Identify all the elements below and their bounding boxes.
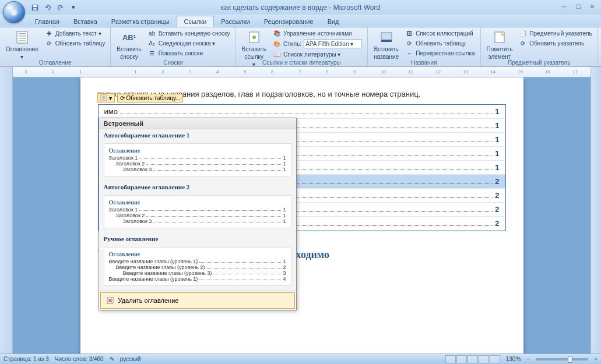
page: только актуальные названия разделов, гла… [80,77,523,354]
zoom-thumb[interactable] [568,356,572,363]
tab-page-layout[interactable]: Разметка страницы [104,16,177,27]
gallery-auto2-title[interactable]: Автособираемое оглавление 2 [99,181,296,193]
refresh-icon: ⟳ [519,39,527,47]
zoom-in-button[interactable]: + [594,356,598,362]
refresh-icon: ⟳ [405,39,413,47]
next-footnote-icon: A₁ [148,39,156,47]
document-area[interactable]: только актуальные названия разделов, гла… [13,77,591,354]
svg-rect-1 [12,10,16,15]
crossref-icon: ↔ [405,49,413,57]
svg-rect-5 [17,31,27,43]
maximize-button[interactable]: ☐ [572,2,585,11]
svg-rect-13 [381,40,392,42]
group-toc: Оглавление▾ ✚Добавить текст ▾ ⟳Обновить … [0,27,111,66]
proofing-icon[interactable]: ✎ [110,356,114,362]
next-footnote-button[interactable]: A₁Следующая сноска ▾ [146,38,232,48]
toc-entry[interactable]: имо1 [99,105,505,119]
window-title: как сделать содержание в ворде - Microso… [221,3,380,12]
gallery-auto2-preview[interactable]: Оглавление Заголовок 11 Заголовок 21 Заг… [104,195,291,228]
tab-home[interactable]: Главная [28,16,66,27]
gallery-manual-preview[interactable]: Оглавление Введите название главы (урове… [104,247,291,286]
citation-icon [247,30,262,45]
view-full-screen[interactable] [456,355,467,363]
group-footnotes: AB¹ Вставить сноску abВставить концевую … [111,27,236,66]
redo-icon[interactable] [55,2,66,13]
zoom-level[interactable]: 130% [506,356,521,362]
group-toa: Пометить ссылку Таблица ссылок [598,27,601,66]
toc-icon [15,30,30,45]
tab-mailings[interactable]: Рассылки [214,16,256,27]
gallery-auto1-preview[interactable]: Оглавление Заголовок 11 Заголовок 21 Заг… [104,143,291,176]
office-button[interactable] [3,1,25,23]
toc-button[interactable]: Оглавление▾ [3,29,41,61]
bibliography-button[interactable]: 📖Список литературы ▾ [271,50,364,59]
gallery-header-builtin: Встроенный [99,118,296,129]
svg-rect-12 [381,33,392,40]
mark-entry-button[interactable]: Пометить элемент [484,29,515,61]
tab-insert[interactable]: Вставка [66,16,104,27]
manage-sources-button[interactable]: 📚Управление источниками [271,29,364,38]
titlebar: ▾ как сделать содержание в ворде - Micro… [0,0,601,15]
style-icon: 🎨 [273,40,281,48]
tab-view[interactable]: Вид [321,16,346,27]
figures-icon: 🖼 [405,29,413,37]
ribbon: Оглавление▾ ✚Добавить текст ▾ ⟳Обновить … [0,27,601,67]
toc-controls: ▾ ⟳ Обновить таблицу... [97,93,184,103]
toc-field[interactable]: ▾ ⟳ Обновить таблицу... Встроенный Автос… [98,104,506,231]
zoom-out-button[interactable]: − [526,356,530,362]
status-bar: Страница: 1 из 3 Число слов: 3/460 ✎ рус… [0,354,601,364]
add-text-button[interactable]: ✚Добавить текст ▾ [43,29,107,38]
gallery-auto1-title[interactable]: Автособираемое оглавление 1 [99,129,296,141]
update-table-button[interactable]: ⟳Обновить таблицу [43,38,107,48]
vertical-ruler [0,67,13,354]
close-button[interactable]: ✕ [586,2,599,11]
caption-icon [379,30,394,45]
citation-style[interactable]: 🎨Стиль:APA Fifth Edition ▾ [271,38,364,49]
view-outline[interactable] [479,355,489,363]
tab-review[interactable]: Рецензирование [257,16,321,27]
update-index-button[interactable]: ⟳Обновить указатель [517,38,593,48]
add-text-icon: ✚ [45,29,53,37]
index-icon: 📑 [519,29,527,37]
insert-footnote-button[interactable]: AB¹ Вставить сноску [114,29,143,61]
show-notes-button[interactable]: ☰Показать сноски [146,48,232,58]
svg-point-11 [252,36,256,39]
bibliography-icon: 📖 [273,50,281,58]
ribbon-tabs: Главная Вставка Разметка страницы Ссылки… [0,15,601,27]
remove-toc-button[interactable]: Удалить оглавление [100,292,295,309]
gallery-manual-title[interactable]: Ручное оглавление [99,233,296,245]
status-words[interactable]: Число слов: 3/460 [55,356,104,362]
refresh-icon: ⟳ [120,95,125,101]
horizontal-ruler[interactable]: 3211234567891011121314151617 [13,67,591,77]
svg-rect-3 [33,5,37,7]
save-icon[interactable] [29,2,41,13]
minimize-button[interactable]: ─ [558,2,571,11]
view-draft[interactable] [490,355,500,363]
view-buttons [445,355,500,363]
sources-icon: 📚 [273,29,281,37]
view-print-layout[interactable] [445,355,456,363]
insert-endnote-button[interactable]: abВставить концевую сноску [146,29,232,38]
undo-icon[interactable] [42,2,54,13]
view-web[interactable] [468,355,478,363]
status-page[interactable]: Страница: 1 из 3 [3,356,49,362]
refresh-icon: ⟳ [45,39,53,47]
tab-references[interactable]: Ссылки [177,16,215,27]
status-language[interactable]: русский [120,356,141,362]
svg-rect-4 [33,8,36,10]
qat-dropdown-icon[interactable]: ▾ [68,2,79,13]
insert-index-button[interactable]: 📑Предметный указатель [517,29,593,38]
footnote-icon: AB¹ [121,30,136,45]
zoom-slider[interactable] [536,358,588,361]
group-citations: Вставить ссылку▾ 📚Управление источниками… [236,27,368,66]
quick-access-toolbar: ▾ [29,2,79,13]
group-captions: Вставить название 🖼Список иллюстраций ⟳О… [368,27,480,66]
cross-reference-button[interactable]: ↔Перекрестная ссылка [403,48,476,58]
update-tof-button[interactable]: ⟳Обновить таблицу [403,38,476,48]
table-of-figures-button[interactable]: 🖼Список иллюстраций [403,29,476,38]
vertical-scrollbar[interactable] [591,67,601,354]
toc-menu-button[interactable]: ▾ [97,93,115,103]
group-index: Пометить элемент 📑Предметный указатель ⟳… [481,27,598,66]
insert-caption-button[interactable]: Вставить название [371,29,401,61]
toc-update-button[interactable]: ⟳ Обновить таблицу... [117,94,184,103]
